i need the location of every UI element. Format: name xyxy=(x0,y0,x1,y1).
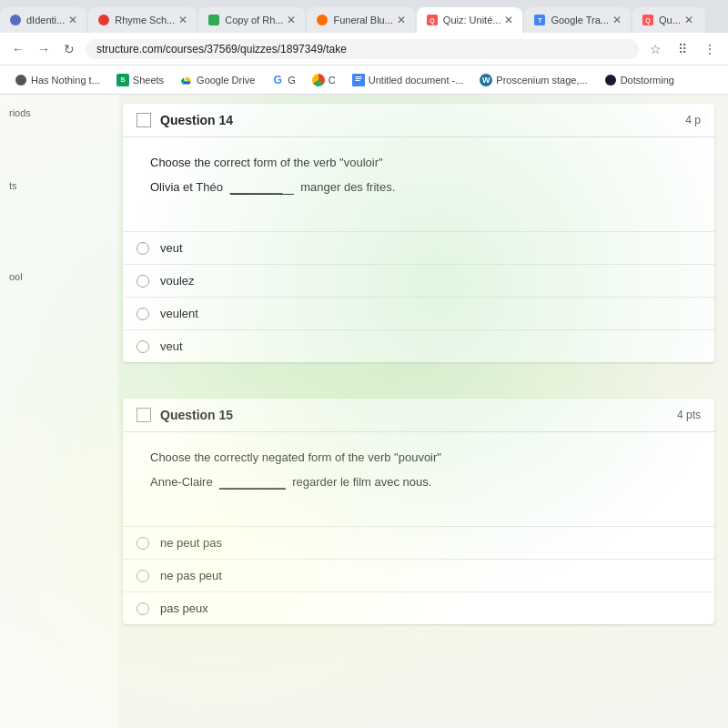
question-card-15: Question 15 4 pts Choose the correctly n… xyxy=(123,399,714,624)
sidebar-item-periods[interactable]: riods xyxy=(0,104,118,122)
question-15-sentence: Anne-Claire __________ regarder le film … xyxy=(150,475,687,490)
question-15-checkbox[interactable] xyxy=(136,408,151,422)
bookmark-label-gdrive: Google Drive xyxy=(197,75,255,86)
tab-favicon-qu: Q xyxy=(642,14,654,26)
bookmark-chrome[interactable]: C xyxy=(305,72,343,88)
menu-button[interactable]: ⋮ xyxy=(699,38,721,60)
sidebar-item-ts[interactable]: ts xyxy=(0,177,118,195)
question-14-sentence: Olivia et Théo ________ manger des frite… xyxy=(150,180,687,195)
bookmark-sheets[interactable]: S Sheets xyxy=(109,72,171,88)
answer-14-opt3[interactable]: veulent xyxy=(123,297,714,329)
tab-close-dident[interactable]: ✕ xyxy=(68,14,77,26)
tab-quiz-unite[interactable]: Q Quiz: Unité... ✕ xyxy=(417,7,523,33)
bookmarks-bar: Has Nothing t... S Sheets Google Drive G… xyxy=(0,66,728,95)
tab-favicon-googletrans: T xyxy=(533,14,546,26)
answer-14-opt3-label: veulent xyxy=(160,307,198,320)
answer-15-opt3-label: pas peux xyxy=(160,602,208,615)
answer-15-opt3[interactable]: pas peux xyxy=(123,592,714,624)
tab-favicon-dident xyxy=(9,14,22,26)
radio-14-opt1[interactable] xyxy=(136,242,149,255)
tab-close-qu[interactable]: ✕ xyxy=(684,14,693,26)
bookmark-gdrive[interactable]: Google Drive xyxy=(173,72,262,88)
answer-14-opt1-label: veut xyxy=(160,241,183,255)
tab-label-qu: Qu... xyxy=(659,15,681,25)
bookmark-google[interactable]: G G xyxy=(264,72,303,88)
tab-dident[interactable]: dIdenti... ✕ xyxy=(0,7,86,33)
tab-label-quiz: Quiz: Unité... xyxy=(443,15,501,25)
tab-bar: dIdenti... ✕ Rhyme Sch... ✕ Copy of Rh..… xyxy=(0,0,728,33)
tab-favicon-rhyme xyxy=(97,14,110,26)
bookmark-favicon-google: G xyxy=(271,74,284,86)
bookmark-favicon-proscenium: W xyxy=(480,74,492,86)
svg-rect-2 xyxy=(355,78,361,79)
radio-14-opt3[interactable] xyxy=(136,308,149,320)
extensions-button[interactable]: ⠿ xyxy=(672,38,693,60)
reload-button[interactable]: ↻ xyxy=(58,38,80,60)
tab-label-copy: Copy of Rh... xyxy=(225,15,283,25)
answer-14-opt2[interactable]: voulez xyxy=(123,264,714,297)
question-14-title: Question 14 xyxy=(160,113,685,127)
tab-close-googletrans[interactable]: ✕ xyxy=(612,14,622,26)
question-14-points: 4 p xyxy=(685,114,701,126)
url-text: structure.com/courses/37569/quizzes/1897… xyxy=(96,43,347,56)
radio-15-opt2[interactable] xyxy=(136,570,149,582)
bookmark-star[interactable]: ☆ xyxy=(644,38,666,60)
tab-favicon-copy xyxy=(207,14,220,26)
radio-14-opt2[interactable] xyxy=(136,275,149,288)
tab-label-dident: dIdenti... xyxy=(26,15,65,25)
tab-close-copy[interactable]: ✕ xyxy=(287,14,296,26)
question-14-body: Choose the correct form of the verb "vou… xyxy=(123,137,714,231)
question-gap xyxy=(118,371,728,389)
tab-label-funeral: Funeral Blu... xyxy=(333,15,392,25)
tab-label-rhyme: Rhyme Sch... xyxy=(115,15,175,25)
bookmark-label-chrome: C xyxy=(329,75,336,86)
sentence-14-blank: ________ xyxy=(230,180,294,195)
quiz-main[interactable]: Question 14 4 p Choose the correct form … xyxy=(118,95,728,728)
answer-14-opt1[interactable]: veut xyxy=(123,231,714,264)
bookmark-proscenium[interactable]: W Proscenium stage,... xyxy=(472,72,594,88)
radio-14-opt4[interactable] xyxy=(136,340,149,353)
answer-14-opt4[interactable]: veut xyxy=(123,329,714,362)
bookmark-label-docs: Untitled document -... xyxy=(369,75,464,86)
tab-funeral[interactable]: Funeral Blu... ✕ xyxy=(307,7,414,33)
tab-rhyme[interactable]: Rhyme Sch... ✕ xyxy=(88,7,197,33)
sentence-15-blank: __________ xyxy=(219,475,285,490)
question-15-body: Choose the correctly negated form of the… xyxy=(123,432,714,526)
tab-googletrans[interactable]: T Google Tra... ✕ xyxy=(524,7,631,33)
tab-close-funeral[interactable]: ✕ xyxy=(397,14,406,26)
sentence-14-before: Olivia et Théo xyxy=(150,180,223,194)
answer-15-opt1-label: ne peut pas xyxy=(160,536,222,550)
bookmark-favicon-chrome xyxy=(312,74,325,86)
answer-15-opt1[interactable]: ne peut pas xyxy=(123,526,714,559)
question-14-instruction: Choose the correct form of the verb "vou… xyxy=(150,156,687,169)
answer-15-opt2[interactable]: ne pas peut xyxy=(123,559,714,592)
radio-15-opt3[interactable] xyxy=(136,602,149,615)
bookmark-dotstorming[interactable]: Dotstorming xyxy=(597,72,682,88)
bookmark-label-google: G xyxy=(288,75,296,86)
question-card-14: Question 14 4 p Choose the correct form … xyxy=(123,104,714,362)
question-14-checkbox[interactable] xyxy=(136,113,151,127)
bookmark-has-nothing[interactable]: Has Nothing t... xyxy=(7,72,107,88)
question-15-points: 4 pts xyxy=(677,409,701,421)
bookmark-label-has-nothing: Has Nothing t... xyxy=(31,75,100,86)
forward-button[interactable]: → xyxy=(33,38,55,60)
page-content: riods ts ool Question 14 4 p Choose the … xyxy=(0,95,728,728)
sidebar-item-ool[interactable]: ool xyxy=(0,268,118,286)
bookmark-label-proscenium: Proscenium stage,... xyxy=(496,75,587,86)
svg-rect-3 xyxy=(355,80,359,81)
tab-label-googletrans: Google Tra... xyxy=(551,15,609,25)
tab-qu[interactable]: Q Qu... ✕ xyxy=(632,7,705,33)
radio-15-opt1[interactable] xyxy=(136,537,149,550)
tab-copy[interactable]: Copy of Rh... ✕ xyxy=(198,7,305,33)
answer-14-opt4-label: veut xyxy=(160,339,183,353)
tab-close-rhyme[interactable]: ✕ xyxy=(178,14,187,26)
back-button[interactable]: ← xyxy=(7,38,29,60)
bookmark-favicon-docs xyxy=(352,74,365,86)
bookmark-favicon-sheets: S xyxy=(116,74,129,86)
sentence-14-after: manger des frites. xyxy=(300,180,395,194)
bookmark-docs[interactable]: Untitled document -... xyxy=(345,72,471,88)
nav-buttons: ← → ↻ xyxy=(7,38,80,60)
tab-close-quiz[interactable]: ✕ xyxy=(504,14,513,26)
url-bar[interactable]: structure.com/courses/37569/quizzes/1897… xyxy=(86,39,639,59)
question-15-title: Question 15 xyxy=(160,408,677,422)
